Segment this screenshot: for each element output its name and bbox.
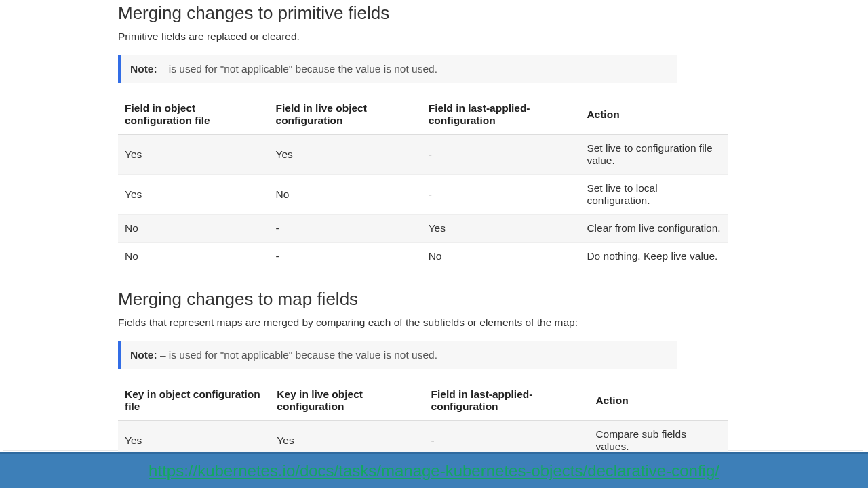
cell: Yes xyxy=(269,134,422,175)
section-lead: Primitive fields are replaced or cleared… xyxy=(118,30,728,43)
note-text: – is used for "not applicable" because t… xyxy=(157,349,437,361)
cell: No xyxy=(422,243,580,270)
note-callout: Note: – is used for "not applicable" bec… xyxy=(118,55,677,83)
cell: - xyxy=(269,243,422,270)
col-header: Field in last-applied-configuration xyxy=(422,96,580,134)
section-heading: Merging changes to map fields xyxy=(118,289,728,310)
content-area: Merging changes to primitive fields Prim… xyxy=(118,0,728,488)
cell: Set live to configuration file value. xyxy=(580,134,728,175)
source-link[interactable]: https://kubernetes.io/docs/tasks/manage-… xyxy=(149,462,719,481)
col-header: Field in live object configuration xyxy=(269,96,422,134)
cell: Clear from live configuration. xyxy=(580,215,728,243)
primitive-merge-table: Field in object configuration file Field… xyxy=(118,96,728,270)
section-lead: Fields that represent maps are merged by… xyxy=(118,317,728,329)
table-row: Yes No - Set live to local configuration… xyxy=(118,175,728,215)
cell: Do nothing. Keep live value. xyxy=(580,243,728,270)
col-header: Field in last-applied-configuration xyxy=(425,382,589,420)
col-header: Action xyxy=(589,382,728,420)
document-page: Merging changes to primitive fields Prim… xyxy=(3,0,863,451)
footer-bar: https://kubernetes.io/docs/tasks/manage-… xyxy=(0,452,868,488)
cell: Set live to local configuration. xyxy=(580,175,728,215)
cell: Yes xyxy=(422,215,580,243)
table-row: No - Yes Clear from live configuration. xyxy=(118,215,728,243)
table-header-row: Key in object configuration file Key in … xyxy=(118,382,728,420)
note-text: – is used for "not applicable" because t… xyxy=(157,63,437,75)
cell: No xyxy=(118,215,269,243)
col-header: Field in object configuration file xyxy=(118,96,269,134)
cell: No xyxy=(269,175,422,215)
cell: - xyxy=(422,134,580,175)
cell: Yes xyxy=(118,175,269,215)
table-header-row: Field in object configuration file Field… xyxy=(118,96,728,134)
cell: No xyxy=(118,243,269,270)
col-header: Action xyxy=(580,96,728,134)
table-row: Yes Yes - Set live to configuration file… xyxy=(118,134,728,175)
cell: - xyxy=(269,215,422,243)
note-label: Note: xyxy=(130,349,157,361)
note-callout: Note: – is used for "not applicable" bec… xyxy=(118,341,677,369)
col-header: Key in live object configuration xyxy=(270,382,424,420)
cell: - xyxy=(422,175,580,215)
col-header: Key in object configuration file xyxy=(118,382,270,420)
cell: Yes xyxy=(118,134,269,175)
note-label: Note: xyxy=(130,63,157,75)
section-primitive-fields: Merging changes to primitive fields Prim… xyxy=(118,3,728,270)
table-row: No - No Do nothing. Keep live value. xyxy=(118,243,728,270)
section-heading: Merging changes to primitive fields xyxy=(118,3,728,24)
